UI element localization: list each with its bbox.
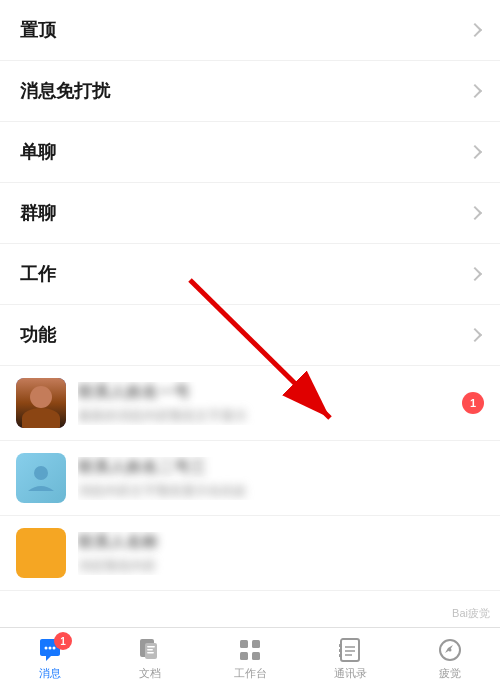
main-content: 置顶 消息免打扰 单聊 群聊 工作 功能 [0, 0, 500, 627]
menu-section: 置顶 消息免打扰 单聊 群聊 工作 功能 [0, 0, 500, 366]
chevron-right-icon [468, 84, 482, 98]
discover-icon [436, 636, 464, 664]
chat-content-1: 联系人姓名一号 最新的消息内容预览文字显示 [78, 382, 462, 425]
svg-rect-13 [240, 652, 248, 660]
contacts-icon [336, 636, 364, 664]
tab-messages[interactable]: 1 消息 [0, 628, 100, 689]
menu-item-work[interactable]: 工作 [0, 244, 500, 305]
menu-item-pin-label: 置顶 [20, 18, 56, 42]
chevron-right-icon [468, 23, 482, 37]
chat-preview-3: 消息预览内容 [78, 557, 484, 575]
avatar-1 [16, 378, 66, 428]
chat-name-1: 联系人姓名一号 [78, 382, 462, 403]
chat-item-3[interactable]: 联系人名称 消息预览内容 [0, 516, 500, 591]
chat-name-2: 联系人姓名二号三 [78, 457, 484, 478]
tab-discover-label: 疲觉 [439, 666, 461, 681]
menu-item-dnd-label: 消息免打扰 [20, 79, 110, 103]
svg-rect-11 [240, 640, 248, 648]
svg-rect-15 [341, 639, 359, 661]
svg-point-23 [449, 649, 452, 652]
svg-rect-9 [147, 649, 153, 651]
chat-list: 联系人姓名一号 最新的消息内容预览文字显示 1 联系人姓名二号三 消息内容文字预… [0, 366, 500, 591]
svg-rect-17 [339, 649, 342, 652]
tab-workspace[interactable]: 工作台 [200, 628, 300, 689]
menu-item-dnd[interactable]: 消息免打扰 [0, 61, 500, 122]
chevron-right-icon [468, 328, 482, 342]
svg-point-0 [34, 466, 48, 480]
svg-point-5 [53, 647, 56, 650]
chat-content-2: 联系人姓名二号三 消息内容文字预览显示在此处 [78, 457, 484, 500]
svg-rect-16 [339, 644, 342, 647]
chat-preview-2: 消息内容文字预览显示在此处 [78, 482, 484, 500]
chat-item-2[interactable]: 联系人姓名二号三 消息内容文字预览显示在此处 [0, 441, 500, 516]
messages-badge: 1 [54, 632, 72, 650]
avatar-3 [16, 528, 66, 578]
menu-item-function-label: 功能 [20, 323, 56, 347]
svg-rect-7 [145, 643, 157, 659]
chat-preview-1: 最新的消息内容预览文字显示 [78, 407, 462, 425]
chevron-right-icon [468, 206, 482, 220]
svg-rect-18 [339, 654, 342, 657]
workspace-icon [236, 636, 264, 664]
menu-item-work-label: 工作 [20, 262, 56, 286]
tab-discover[interactable]: 疲觉 [400, 628, 500, 689]
svg-point-3 [45, 647, 48, 650]
chat-meta-1: 1 [462, 392, 484, 414]
chevron-right-icon [468, 267, 482, 281]
watermark: Bai疲觉 [452, 606, 490, 621]
chat-item-1[interactable]: 联系人姓名一号 最新的消息内容预览文字显示 1 [0, 366, 500, 441]
tab-messages-label: 消息 [39, 666, 61, 681]
menu-item-group[interactable]: 群聊 [0, 183, 500, 244]
menu-item-group-label: 群聊 [20, 201, 56, 225]
menu-item-pin[interactable]: 置顶 [0, 0, 500, 61]
svg-point-4 [49, 647, 52, 650]
svg-rect-14 [252, 652, 260, 660]
menu-item-function[interactable]: 功能 [0, 305, 500, 366]
menu-item-single-label: 单聊 [20, 140, 56, 164]
unread-badge-1: 1 [462, 392, 484, 414]
svg-rect-8 [147, 646, 155, 648]
chevron-right-icon [468, 145, 482, 159]
tab-bar: 1 消息 文档 [0, 627, 500, 697]
svg-rect-12 [252, 640, 260, 648]
tab-files-label: 文档 [139, 666, 161, 681]
chat-content-3: 联系人名称 消息预览内容 [78, 532, 484, 575]
tab-files[interactable]: 文档 [100, 628, 200, 689]
tab-workspace-label: 工作台 [234, 666, 267, 681]
tab-contacts[interactable]: 通讯录 [300, 628, 400, 689]
menu-item-single[interactable]: 单聊 [0, 122, 500, 183]
tab-contacts-label: 通讯录 [334, 666, 367, 681]
avatar-2 [16, 453, 66, 503]
files-icon [136, 636, 164, 664]
chat-name-3: 联系人名称 [78, 532, 484, 553]
svg-rect-10 [147, 652, 154, 654]
